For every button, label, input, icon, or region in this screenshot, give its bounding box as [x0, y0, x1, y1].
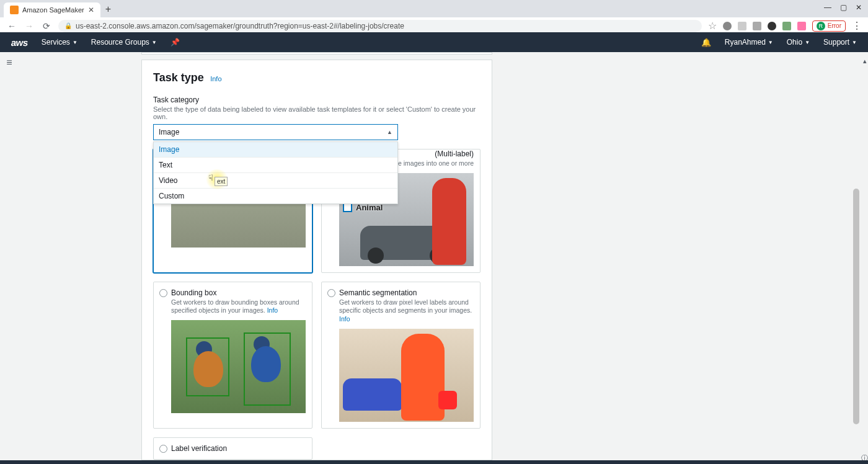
- task-card-label-verification[interactable]: Label verification: [153, 437, 312, 460]
- right-rail: ▴ ⓘ: [861, 52, 868, 463]
- car-mask-shape: [343, 378, 402, 411]
- new-tab-button[interactable]: +: [100, 1, 116, 17]
- maximize-icon[interactable]: ▢: [840, 3, 847, 12]
- hamburger-icon[interactable]: ≡: [6, 57, 12, 68]
- info-link[interactable]: Info: [339, 315, 350, 323]
- card-title: Task type: [153, 71, 204, 84]
- task-title: Semantic segmentation: [339, 288, 474, 297]
- window-controls: — ▢ ✕: [824, 3, 862, 12]
- select-value: Image: [159, 128, 179, 136]
- task-desc: Get workers to draw pixel level labels a…: [339, 298, 474, 324]
- extension-icon[interactable]: [768, 22, 776, 30]
- url-text: us-east-2.console.aws.amazon.com/sagemak…: [76, 22, 404, 30]
- category-hint: Select the type of data being labeled to…: [153, 105, 480, 120]
- profile-chip[interactable]: R Error: [812, 20, 846, 32]
- nav-region[interactable]: Ohio▼: [787, 38, 810, 47]
- nav-user[interactable]: RyanAhmed▼: [725, 38, 773, 47]
- chevron-up-icon: ▲: [387, 129, 392, 135]
- aws-logo[interactable]: aws: [11, 37, 29, 48]
- profile-label: Error: [828, 22, 841, 29]
- nav-services[interactable]: Services▼: [42, 38, 78, 47]
- person-shape: [432, 178, 466, 265]
- radio-icon: [159, 445, 167, 453]
- chevron-down-icon: ▼: [768, 40, 773, 45]
- chevron-down-icon: ▼: [852, 40, 857, 45]
- dropdown-option-text[interactable]: Text: [154, 158, 397, 173]
- previous-card-edge: [141, 52, 492, 55]
- forward-button[interactable]: →: [24, 21, 35, 31]
- reload-button[interactable]: ⟳: [41, 21, 52, 31]
- minimize-icon[interactable]: —: [824, 3, 831, 12]
- radio-icon: [159, 289, 167, 297]
- tab-title: Amazon SageMaker: [22, 6, 84, 14]
- person-mask-shape: [401, 334, 445, 421]
- toolbar-right: ☆ R Error ⋮: [708, 20, 862, 32]
- bird-shape: [193, 351, 223, 387]
- aws-nav-bar: aws Services▼ Resource Groups▼ 📌 🔔 RyanA…: [0, 32, 868, 52]
- category-label: Task category: [153, 96, 480, 104]
- favicon-icon: [10, 6, 19, 14]
- pin-icon[interactable]: 📌: [170, 38, 180, 47]
- tab-close-icon[interactable]: ✕: [88, 6, 94, 14]
- chevron-down-icon: ▼: [73, 40, 78, 45]
- scrollbar-thumb[interactable]: [853, 189, 859, 424]
- browser-chrome: — ▢ ✕ Amazon SageMaker ✕ + ← → ⟳ 🔒 us-ea…: [0, 0, 868, 32]
- task-card-semantic-segmentation[interactable]: Semantic segmentation Get workers to dra…: [321, 282, 480, 429]
- extension-icon[interactable]: [738, 22, 746, 30]
- task-type-card: Task type Info Task category Select the …: [141, 60, 492, 460]
- star-icon[interactable]: ☆: [708, 20, 717, 32]
- task-thumbnail: [339, 329, 474, 422]
- bbox-shape: [244, 332, 291, 406]
- menu-icon[interactable]: ⋮: [852, 20, 862, 32]
- browser-tab[interactable]: Amazon SageMaker ✕: [4, 2, 100, 17]
- aws-footer: [0, 460, 868, 464]
- left-rail: ≡: [0, 52, 19, 68]
- bbox-shape: [186, 337, 229, 396]
- lock-icon: 🔒: [64, 22, 72, 29]
- dropdown-option-custom[interactable]: Custom: [154, 189, 397, 203]
- extension-icon[interactable]: [797, 22, 806, 30]
- cursor-icon: ☟: [208, 173, 213, 182]
- nav-support[interactable]: Support▼: [823, 38, 857, 47]
- address-bar[interactable]: 🔒 us-east-2.console.aws.amazon.com/sagem…: [58, 20, 702, 32]
- bird-shape: [251, 346, 281, 382]
- nav-resource-groups[interactable]: Resource Groups▼: [91, 38, 157, 47]
- category-dropdown: Image Text Video ☟ ext Custom: [153, 141, 398, 204]
- extension-icon[interactable]: [782, 22, 791, 30]
- extension-icon[interactable]: [753, 22, 761, 30]
- back-button[interactable]: ←: [6, 21, 17, 31]
- notifications-icon[interactable]: 🔔: [701, 38, 711, 47]
- chevron-down-icon: ▼: [152, 40, 157, 45]
- task-thumbnail: [171, 320, 306, 413]
- dropdown-option-video[interactable]: Video ☟ ext: [154, 173, 397, 189]
- extension-icon[interactable]: [723, 22, 732, 30]
- close-icon[interactable]: ✕: [856, 3, 862, 12]
- radio-icon: [327, 289, 335, 297]
- task-card-bounding-box[interactable]: Bounding box Get workers to draw boundin…: [153, 282, 312, 429]
- category-select[interactable]: Image ▲ Image Text Video ☟ ext Custom: [153, 124, 398, 140]
- chevron-down-icon: ▼: [805, 40, 810, 45]
- info-link[interactable]: Info: [267, 306, 278, 314]
- cursor-tooltip: ext: [215, 177, 228, 186]
- task-title: Bounding box: [171, 288, 306, 297]
- scroll-up-icon[interactable]: ▴: [863, 57, 867, 65]
- task-title: Label verification: [171, 444, 306, 453]
- bag-mask-shape: [438, 391, 457, 409]
- vertical-scrollbar[interactable]: [852, 52, 859, 460]
- dropdown-option-image[interactable]: Image: [154, 142, 397, 158]
- task-desc: Get workers to draw bounding boxes aroun…: [171, 298, 306, 315]
- info-link[interactable]: Info: [210, 75, 221, 83]
- avatar-icon: R: [817, 22, 825, 30]
